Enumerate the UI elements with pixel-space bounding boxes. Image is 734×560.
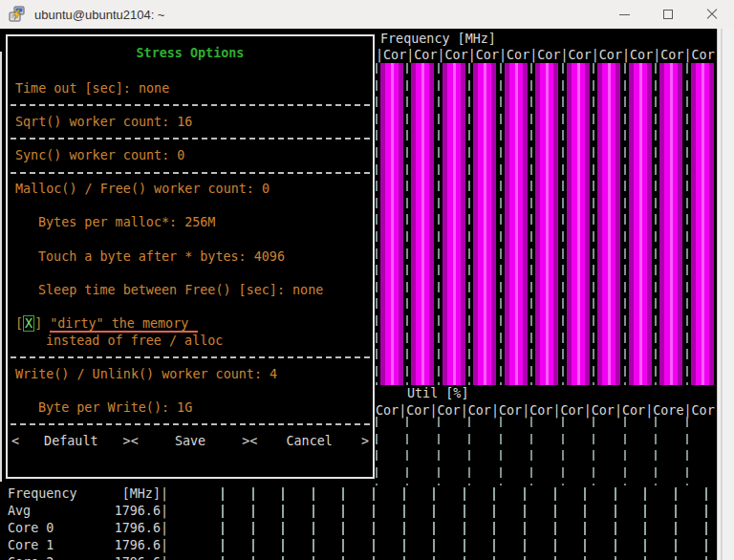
save-button[interactable]: <Save> (131, 433, 250, 450)
column-pipes (222, 505, 709, 518)
option-write-unlink-workers[interactable]: Write() / Unlink() worker count: 4 (8, 366, 373, 383)
frequency-bar-column (376, 63, 406, 385)
column-separator (624, 63, 626, 385)
frequency-bar-column (624, 63, 655, 385)
frequency-bar (380, 63, 403, 385)
column-separator (562, 63, 564, 385)
frequency-bar-column (438, 63, 468, 385)
option-malloc-workers[interactable]: Malloc() / Free() worker count: 0 (8, 181, 373, 198)
summary-row: Core 21796.6| (0, 554, 717, 560)
frequency-summary-table: Frequency[MHz]|Avg1796.6|Core 01796.6|Co… (0, 485, 717, 560)
separator (8, 97, 373, 114)
frequency-bar-column (468, 63, 499, 385)
summary-row-value: 1796.6 (96, 554, 161, 560)
option-bytes-per-malloc[interactable]: Bytes per malloc*: 256M (8, 214, 373, 231)
blank-row (8, 382, 373, 399)
option-sync-workers[interactable]: Sync() worker count: 0 (8, 147, 373, 164)
blank-row (8, 231, 373, 248)
frequency-bar (505, 63, 528, 385)
option-sleep-between-free[interactable]: Sleep time between Free() [sec]: none (8, 282, 373, 299)
frequency-bar-column (406, 63, 437, 385)
column-pipes (222, 522, 709, 535)
dirty-memory-label[interactable]: "dirty" the memory (50, 316, 198, 333)
summary-row: Frequency[MHz]| (0, 485, 717, 503)
column-separator (376, 417, 378, 485)
graph-area: Frequency [MHz] |Cor|Cor|Cor|Cor|Cor|Cor… (376, 29, 717, 560)
column-pipes (222, 487, 709, 501)
column-separator (376, 63, 378, 385)
summary-row-value: 1796.6 (96, 520, 161, 537)
stress-options-dialog: Stress Options Time out [sec]: none Sqrt… (6, 34, 375, 479)
option-timeout[interactable]: Time out [sec]: none (8, 80, 373, 97)
column-pipe: | (161, 485, 168, 503)
frequency-bar (597, 63, 620, 385)
summary-row-label: Core 2 (8, 554, 54, 560)
frequency-graph (376, 63, 717, 385)
minimize-icon (619, 14, 630, 15)
column-separator (686, 417, 688, 485)
util-graph-title: Util [%] (407, 386, 469, 402)
column-separator (468, 417, 470, 485)
separator (8, 349, 373, 366)
separator (8, 416, 373, 433)
angle-bracket: > (361, 433, 369, 450)
dirty-memory-label-line2: instead of free / alloc (8, 333, 373, 350)
angle-bracket: < (131, 433, 139, 450)
column-separator (530, 63, 532, 385)
checkbox-bracket-close: ] (34, 316, 42, 331)
frequency-bar-column (530, 63, 561, 385)
summary-row: Core 01796.6| (0, 520, 717, 537)
column-pipe: | (161, 554, 168, 560)
option-touch-byte[interactable]: Touch a byte after * bytes: 4096 (8, 248, 373, 266)
terminal-scrollbar[interactable] (717, 29, 734, 560)
frequency-bar-column (655, 63, 685, 385)
column-separator (438, 417, 440, 485)
option-byte-per-write[interactable]: Byte per Write(): 1G (8, 399, 373, 417)
column-separator (624, 417, 626, 485)
window-title: ubuntu@ubuntu2104: ~ (34, 8, 164, 22)
column-pipes (222, 556, 709, 560)
frequency-bar (411, 63, 434, 385)
frequency-bar-column (686, 63, 717, 385)
dirty-memory-row: [X]"dirty" the memory (8, 315, 373, 333)
column-pipe: | (161, 537, 168, 554)
terminal-screen: Stress Options Time out [sec]: none Sqrt… (0, 29, 717, 560)
frequency-bar (629, 63, 652, 385)
angle-bracket: > (242, 433, 249, 450)
checkbox-bracket-open: [ (15, 316, 23, 331)
summary-row: Core 11796.6| (0, 537, 717, 554)
dialog-title: Stress Options (8, 46, 373, 63)
column-pipes (222, 539, 709, 552)
column-separator (593, 417, 594, 485)
frequency-bar (443, 63, 465, 385)
cancel-button[interactable]: <Cancel> (249, 433, 369, 450)
maximize-button[interactable] (646, 0, 690, 29)
main-screen-left-border (0, 52, 2, 482)
window-controls (602, 0, 734, 29)
option-sqrt-workers[interactable]: Sqrt() worker count: 16 (8, 114, 373, 131)
column-separator (655, 63, 657, 385)
angle-bracket: < (249, 433, 257, 450)
dirty-memory-checkbox[interactable]: X (23, 315, 34, 332)
column-separator (530, 417, 532, 485)
separator (8, 130, 373, 147)
angle-bracket: < (11, 433, 19, 450)
blank-row (8, 198, 373, 215)
summary-row-label: Avg (8, 503, 31, 520)
summary-row-label: Frequency (8, 485, 77, 503)
summary-row-label: Core 1 (8, 537, 54, 554)
maximize-icon (663, 10, 673, 19)
blank-row (8, 298, 373, 315)
minimize-button[interactable] (602, 0, 646, 29)
frequency-bar (659, 63, 682, 385)
close-icon (706, 9, 718, 20)
frequency-bar-column (500, 63, 530, 385)
default-button[interactable]: <Default> (11, 433, 131, 450)
column-separator (562, 417, 564, 485)
summary-row-value: 1796.6 (96, 537, 161, 554)
close-button[interactable] (690, 0, 734, 29)
dialog-button-row: <Default> <Save> <Cancel> (8, 433, 373, 450)
frequency-bar (535, 63, 558, 385)
frequency-graph-title: Frequency [MHz] (380, 32, 496, 48)
frequency-bar (567, 63, 590, 385)
